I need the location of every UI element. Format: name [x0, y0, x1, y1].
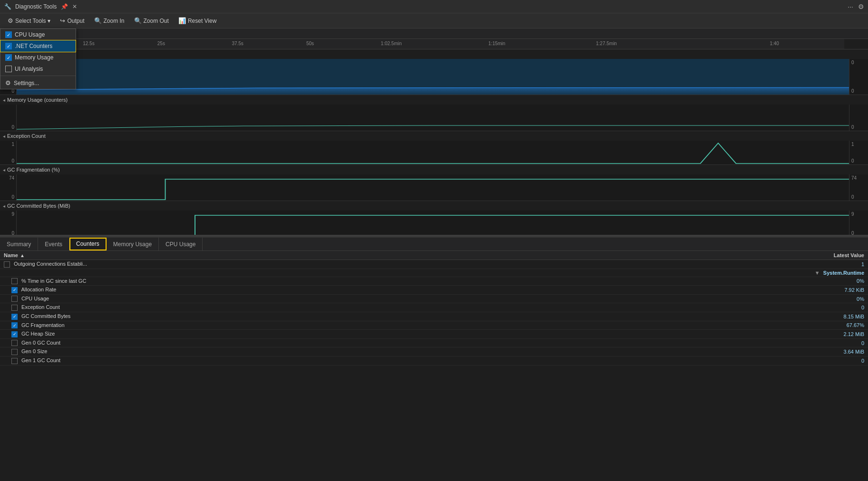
gc-fragmentation-right-values: 74 0	[849, 174, 868, 201]
exception-count-canvas	[17, 141, 849, 164]
ruler-tick-5: 1:02.5min	[381, 41, 402, 46]
tab-summary[interactable]: Summary	[0, 238, 38, 250]
row-checkbox[interactable]	[11, 340, 18, 346]
row-name: Gen 0 GC Count	[0, 338, 612, 347]
table-row: ✓ GC Fragmentation 67.67%	[0, 321, 868, 330]
row-name: Gen 0 Size	[0, 347, 612, 356]
cpu-usage-checkbox[interactable]: ✓	[5, 31, 12, 38]
table-row: ✓ GC Heap Size 2.12 MiB	[0, 330, 868, 339]
ruler-tick-2: 25s	[157, 41, 165, 46]
row-name: % Time in GC since last GC	[0, 277, 612, 286]
row-value: 0	[612, 303, 868, 312]
row-checkbox[interactable]	[11, 349, 18, 355]
settings-icon[interactable]: ⚙	[858, 3, 864, 10]
charts-area: ◂ .NET Counters 100 0	[0, 49, 868, 235]
sort-arrow-name: ▲	[20, 253, 25, 258]
ruler-tick-6: 1:15min	[488, 41, 506, 46]
exception-count-title: ◂ Exception Count	[0, 131, 868, 141]
bottom-panel: Summary Events Counters Memory Usage CPU…	[0, 237, 868, 413]
tab-cpu-usage[interactable]: CPU Usage	[159, 238, 203, 250]
select-tools-dropdown: ✓ CPU Usage ✓ .NET Counters ✓ Memory Usa…	[0, 29, 76, 89]
memory-usage-title: ◂ Memory Usage (counters)	[0, 95, 868, 105]
table-row: Gen 0 Size 3.64 MiB	[0, 347, 868, 356]
close-icon[interactable]: ✕	[71, 3, 78, 10]
group-arrow[interactable]: ▼	[815, 270, 820, 276]
net-counters-label: .NET Counters	[15, 43, 52, 49]
cpu-usage-label: CPU Usage	[15, 31, 45, 38]
row-name: Gen 1 GC Count	[0, 356, 612, 365]
session-bar: 39 minutes (1:39 min selected)	[0, 29, 868, 39]
select-tools-button[interactable]: ⚙ Select Tools ▾	[4, 16, 54, 26]
timeline-selection	[17, 59, 849, 95]
dropdown-item-cpu-usage[interactable]: ✓ CPU Usage	[0, 29, 76, 40]
row-checkbox[interactable]: ✓	[11, 314, 18, 320]
ruler-tick-3: 37.5s	[232, 41, 243, 46]
gc-fragmentation-y-axis: 74 0	[0, 174, 17, 201]
row-checkbox[interactable]	[4, 261, 10, 268]
memory-usage-label: Memory Usage	[15, 54, 53, 61]
table-row: ✓ GC Committed Bytes 8.15 MiB	[0, 312, 868, 321]
row-value: 0	[612, 338, 868, 347]
collapse-arrow-memory[interactable]: ◂	[3, 97, 5, 103]
table-row: Outgoing Connections Establi... 1	[0, 260, 868, 269]
exception-count-right-values: 1 0	[849, 141, 868, 164]
row-checkbox[interactable]: ✓	[11, 331, 18, 337]
zoom-in-button[interactable]: 🔍 Zoom In	[90, 16, 128, 26]
row-value: 0%	[612, 294, 868, 303]
collapse-arrow-exception[interactable]: ◂	[3, 134, 5, 139]
dropdown-settings[interactable]: ⚙ Settings...	[0, 77, 76, 89]
dropdown-item-ui-analysis[interactable]: UI Analysis	[0, 63, 76, 75]
memory-usage-right-values: 0	[849, 105, 868, 131]
row-checkbox[interactable]	[11, 305, 18, 311]
more-options-icon[interactable]: ···	[848, 3, 853, 10]
row-checkbox[interactable]	[11, 278, 18, 284]
row-checkbox[interactable]: ✓	[11, 287, 18, 293]
pin-icon[interactable]: 📌	[60, 3, 68, 10]
row-name: ✓ Allocation Rate	[0, 286, 612, 295]
tab-counters[interactable]: Counters	[69, 238, 107, 250]
col-name[interactable]: Name▲	[0, 251, 612, 260]
ui-analysis-checkbox[interactable]	[5, 66, 12, 72]
gc-fragmentation-title: ◂ GC Fragmentation (%)	[0, 165, 868, 174]
group-row-system-runtime: ▼ System.Runtime	[0, 269, 868, 277]
net-counters-checkbox[interactable]: ✓	[5, 43, 12, 49]
settings-label: Settings...	[14, 80, 39, 87]
row-checkbox[interactable]	[11, 358, 18, 364]
reset-view-icon: 📊	[178, 17, 186, 24]
memory-usage-canvas	[17, 105, 849, 131]
row-value: 2.12 MiB	[612, 330, 868, 339]
dropdown-item-memory-usage[interactable]: ✓ Memory Usage	[0, 52, 76, 63]
row-name: ✓ GC Committed Bytes	[0, 312, 612, 321]
tab-memory-usage[interactable]: Memory Usage	[107, 238, 159, 250]
row-checkbox[interactable]	[11, 296, 18, 302]
output-icon: ↪	[60, 17, 65, 24]
ruler-tick-7: 1:27.5min	[596, 41, 617, 46]
net-counters-title: ◂ .NET Counters	[0, 49, 868, 59]
collapse-arrow-gc-frag[interactable]: ◂	[3, 167, 5, 173]
ui-analysis-label: UI Analysis	[15, 66, 43, 72]
row-value: 3.64 MiB	[612, 347, 868, 356]
chart-net-counters: ◂ .NET Counters 100 0	[0, 49, 868, 95]
col-latest-value[interactable]: Latest Value	[612, 251, 868, 260]
tab-events[interactable]: Events	[38, 238, 69, 250]
ruler-tick-1: 12.5s	[83, 41, 94, 46]
row-checkbox[interactable]: ✓	[11, 322, 18, 328]
gc-fragmentation-canvas	[17, 174, 849, 201]
reset-view-button[interactable]: 📊 Reset View	[175, 16, 220, 26]
ruler-tick-4: 50s	[306, 41, 314, 46]
toolbar: ⚙ Select Tools ▾ ✓ CPU Usage ✓ .NET Coun…	[0, 13, 868, 29]
bottom-tabs-bar: Summary Events Counters Memory Usage CPU…	[0, 238, 868, 251]
table-row: Exception Count 0	[0, 303, 868, 312]
output-button[interactable]: ↪ Output	[56, 16, 88, 26]
settings-gear-icon: ⚙	[5, 79, 11, 87]
gc-committed-canvas	[17, 211, 849, 235]
group-label: ▼ System.Runtime	[0, 269, 868, 277]
dropdown-item-net-counters[interactable]: ✓ .NET Counters	[0, 40, 76, 52]
memory-usage-checkbox[interactable]: ✓	[5, 54, 12, 61]
zoom-out-button[interactable]: 🔍 Zoom Out	[130, 16, 173, 26]
collapse-arrow-gc-committed[interactable]: ◂	[3, 203, 5, 209]
table-row: Gen 1 GC Count 0	[0, 356, 868, 365]
table-row: CPU Usage 0%	[0, 294, 868, 303]
net-counters-canvas	[17, 59, 849, 95]
row-value: 0	[612, 356, 868, 365]
